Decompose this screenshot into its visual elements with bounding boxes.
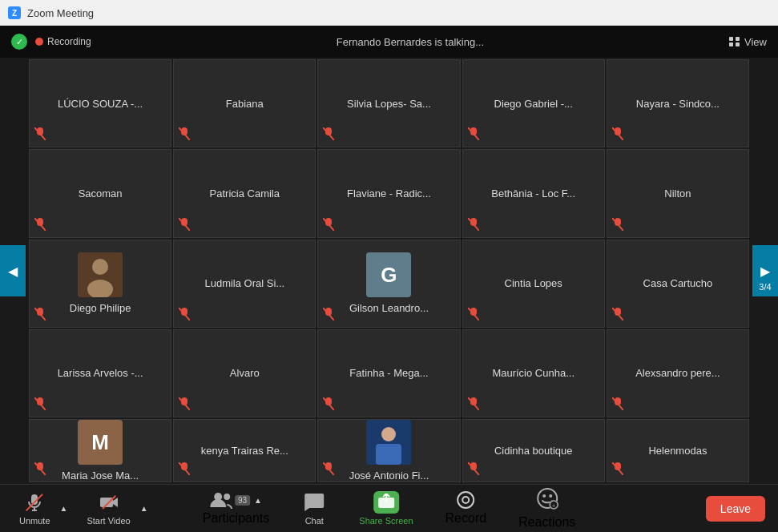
toolbar-left: Unmute ▲ Start Video ▲ [13, 488, 148, 529]
rec-dot [35, 38, 43, 46]
video-icon-wrap [96, 491, 122, 514]
mute-icon [179, 462, 190, 478]
tile-name: Maurício Cunha... [489, 367, 578, 379]
view-button[interactable]: View [729, 36, 767, 48]
tile-name: Cidinha boutique [491, 445, 576, 457]
video-tile[interactable]: Casa Cartucho [607, 240, 749, 328]
svg-rect-50 [376, 444, 401, 465]
video-tile[interactable]: kenya Trairas Re... [173, 419, 316, 482]
video-tile[interactable]: Patricia Camila [173, 149, 316, 237]
participants-label: Participants [203, 511, 270, 526]
mute-icon [34, 397, 46, 413]
video-tile[interactable]: Sacoman [29, 149, 171, 237]
tile-name: Alvaro [227, 367, 263, 379]
toolbar-right: Leave [706, 496, 765, 522]
avatar: G [366, 252, 411, 297]
next-page-button[interactable]: ▶ 3/4 [752, 245, 778, 296]
mute-icon [179, 127, 190, 143]
mic-chevron[interactable]: ▲ [60, 504, 68, 513]
mute-icon [612, 218, 623, 233]
video-tile[interactable]: Nilton [607, 149, 749, 237]
video-tile[interactable]: Bethânia - Loc F... [462, 149, 605, 237]
chat-icon [303, 492, 325, 513]
talking-text: Fernando Bernardes is talking... [337, 36, 484, 48]
top-bar-left: ✓ Recording [11, 34, 91, 50]
mute-icon [612, 308, 623, 323]
video-tile[interactable]: Fabiana [173, 59, 316, 147]
tile-name: Flaviane - Radic... [344, 187, 434, 200]
tile-name: Larissa Arvelos -... [54, 367, 147, 379]
title-bar: Z Zoom Meeting [0, 0, 778, 26]
left-arrow-icon: ◀ [8, 264, 18, 279]
video-tile[interactable]: Alvaro [173, 329, 316, 417]
participants-icon-row: 93 ▲ [210, 491, 262, 509]
share-screen-button[interactable]: Share Screen [353, 488, 419, 529]
video-tile[interactable]: Ludmila Oral Si... [173, 240, 316, 328]
record-circle [457, 491, 474, 509]
leave-button[interactable]: Leave [706, 496, 765, 522]
tile-name: Nilton [661, 187, 694, 200]
svg-point-62 [224, 494, 230, 500]
participants-icon [210, 491, 232, 509]
video-tile[interactable]: Cidinha boutique [462, 419, 605, 482]
chat-label: Chat [305, 516, 324, 526]
record-button[interactable]: Record [439, 488, 494, 529]
participants-button[interactable]: 93 ▲ Participants [196, 488, 276, 529]
svg-text:+: + [551, 502, 555, 510]
mute-icon [179, 308, 190, 323]
tile-name: Diego Philipe [67, 302, 135, 314]
app-icon: Z [8, 6, 21, 19]
photo-avatar [78, 252, 123, 297]
participants-chevron: ▲ [254, 496, 262, 505]
share-screen-label: Share Screen [359, 516, 413, 526]
video-tile[interactable]: Alexsandro pere... [607, 329, 749, 417]
video-chevron[interactable]: ▲ [140, 504, 148, 513]
reactions-icon: + [536, 487, 558, 510]
video-tile[interactable]: Larissa Arvelos -... [29, 329, 171, 417]
share-icon-wrap [373, 491, 399, 514]
video-tile[interactable]: Maurício Cunha... [462, 329, 605, 417]
recording-badge: Recording [35, 36, 91, 47]
tile-name: Casa Cartucho [640, 277, 716, 289]
video-tile[interactable]: Cintia Lopes [462, 240, 605, 328]
start-video-label: Start Video [87, 516, 130, 526]
video-tile[interactable]: Fatinha - Mega... [317, 329, 460, 417]
prev-page-button[interactable]: ◀ [0, 245, 26, 296]
reactions-label: Reactions [518, 515, 575, 530]
page-indicator: 3/4 [759, 282, 771, 292]
avatar: M [78, 420, 123, 465]
tile-name: Helenmodas [645, 445, 710, 457]
unmute-button[interactable]: Unmute [13, 488, 57, 529]
window-title: Zoom Meeting [27, 7, 94, 19]
video-tile[interactable]: Helenmodas [607, 419, 749, 482]
reactions-button[interactable]: + Reactions [512, 484, 582, 532]
record-inner [462, 496, 470, 504]
video-tile[interactable]: GGilson Leandro... [317, 240, 460, 328]
start-video-button[interactable]: Start Video [80, 488, 136, 529]
top-bar: ✓ Recording Fernando Bernardes is talkin… [0, 26, 778, 58]
mute-icon [34, 127, 46, 143]
video-tile[interactable]: LÚCIO SOUZA -... [29, 59, 171, 147]
video-grid-wrapper: ◀ LÚCIO SOUZA -... Fabiana Silvia Lopes-… [0, 58, 778, 484]
mute-icon [323, 308, 334, 323]
tile-name: Bethânia - Loc F... [488, 187, 578, 200]
video-tile[interactable]: Diego Philipe [29, 240, 171, 328]
video-tile[interactable]: José Antonio Fi... [317, 419, 460, 482]
svg-rect-23 [78, 252, 123, 297]
recording-label: Recording [47, 36, 91, 47]
video-tile[interactable]: MMaria Jose Ma... [29, 419, 171, 482]
video-tile[interactable]: Flaviane - Radic... [317, 149, 460, 237]
mute-icon [34, 308, 46, 323]
video-tile[interactable]: Silvia Lopes- Sa... [317, 59, 460, 147]
tile-name: Sacoman [75, 187, 126, 200]
mute-icon [612, 462, 623, 478]
mute-icon [468, 127, 479, 143]
tile-name: Alexsandro pere... [632, 367, 724, 379]
tile-name: Maria Jose Ma... [58, 470, 142, 482]
unmute-label: Unmute [19, 516, 50, 526]
mic-icon-wrap [22, 491, 47, 514]
chat-button[interactable]: Chat [295, 488, 333, 529]
right-arrow-icon: ▶ [760, 264, 770, 279]
video-tile[interactable]: Nayara - Sindco... [607, 59, 749, 147]
video-tile[interactable]: Diego Gabriel -... [462, 59, 605, 147]
